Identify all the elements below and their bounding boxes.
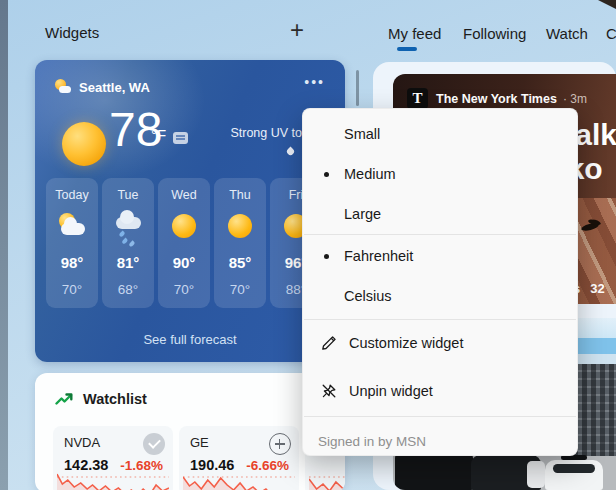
current-sun-icon: [62, 122, 106, 166]
sparkline-chart: [57, 470, 169, 490]
day-label: Today: [46, 188, 98, 202]
day-label: Wed: [158, 188, 210, 202]
stock-symbol: GE: [190, 435, 209, 450]
menu-item-customize-widget[interactable]: Customize widget: [303, 323, 577, 363]
watchlist-title: Watchlist: [83, 391, 147, 407]
weather-location[interactable]: Seattle, WA: [79, 80, 150, 95]
menu-divider: [304, 319, 576, 320]
high-temp: 81°: [102, 254, 154, 271]
plus-circle-icon[interactable]: [269, 433, 291, 455]
pin-off-icon: [320, 382, 338, 400]
add-widget-button[interactable]: +: [290, 16, 304, 44]
high-temp: 98°: [46, 254, 98, 271]
menu-item-large[interactable]: Large: [303, 194, 577, 234]
forecast-day-tile[interactable]: Tue 81° 68°: [102, 178, 154, 308]
sparkline-chart: [309, 470, 345, 490]
partial-corner-element: [598, 0, 616, 9]
tab-watch[interactable]: Watch: [546, 25, 588, 42]
forecast-row: Today 98° 70° Tue 81° 68° Wed 90° 70° Th…: [46, 178, 322, 308]
menu-item-label: Small: [344, 126, 380, 142]
low-temp: 70°: [158, 282, 210, 297]
active-tab-underline: [397, 47, 417, 51]
watchlist-header: Watchlist: [55, 390, 147, 408]
high-temp: 90°: [158, 254, 210, 271]
nyt-logo-icon: T: [407, 88, 428, 109]
signed-in-status: Signed in by MSN: [318, 425, 426, 457]
stock-symbol: NVDA: [64, 435, 100, 450]
self-driving-car: [545, 460, 603, 490]
trending-up-icon: [55, 390, 74, 408]
menu-item-unpin-widget[interactable]: Unpin widget: [303, 371, 577, 411]
low-temp: 70°: [46, 282, 98, 297]
forecast-day-tile[interactable]: Today 98° 70°: [46, 178, 98, 308]
low-temp: 70°: [214, 282, 266, 297]
desktop-edge-strip: [0, 0, 8, 490]
see-full-forecast-link[interactable]: See full forecast: [35, 332, 345, 347]
sun-icon: [169, 211, 199, 241]
more-options-icon[interactable]: •••: [304, 74, 325, 90]
weather-alert-text: Strong UV to: [152, 126, 302, 140]
menu-item-label: Large: [344, 206, 381, 222]
sun-behind-cloud-icon: [57, 211, 87, 241]
menu-item-label: Medium: [344, 166, 396, 182]
selected-bullet-icon: [324, 172, 329, 177]
stat-count: 32: [590, 281, 604, 296]
forecast-day-tile[interactable]: Wed 90° 70°: [158, 178, 210, 308]
stock-tile-nvda[interactable]: NVDA 142.38 -1.68%: [53, 426, 173, 490]
sun-icon: [225, 211, 255, 241]
high-temp: 85°: [214, 254, 266, 271]
day-label: Tue: [102, 188, 154, 202]
weather-widget[interactable]: Seattle, WA ••• 78 °F Strong UV to Today…: [35, 60, 345, 362]
news-source-row: T The New York Times · 3m: [407, 88, 587, 109]
watchlist-widget[interactable]: Watchlist NVDA 142.38 -1.68% GE: [35, 373, 345, 490]
news-source: The New York Times: [436, 92, 557, 106]
widget-context-menu: Small Medium Large Fahrenheit Celsius Cu…: [302, 108, 578, 456]
tab-casual-games[interactable]: Casual games: [606, 25, 616, 42]
tab-following[interactable]: Following: [463, 25, 526, 42]
droplet-icon: [286, 147, 296, 157]
sparkline-chart: [183, 470, 295, 490]
scrollbar-thumb[interactable]: [356, 70, 359, 106]
white-car: [527, 461, 545, 488]
low-temp: 68°: [102, 282, 154, 297]
check-circle-icon[interactable]: [143, 433, 165, 455]
selected-bullet-icon: [324, 254, 329, 259]
menu-item-small[interactable]: Small: [303, 114, 577, 154]
menu-item-label: Customize widget: [349, 335, 463, 351]
stock-tile-ge[interactable]: GE 190.46 -6.66%: [179, 426, 299, 490]
widgets-board: Widgets + My feed Following Watch Casual…: [0, 0, 616, 490]
sun-behind-cloud-icon: [55, 79, 71, 95]
tab-my-feed[interactable]: My feed: [388, 25, 441, 42]
page-title: Widgets: [45, 24, 99, 41]
forecast-day-tile[interactable]: Thu 85° 70°: [214, 178, 266, 308]
pencil-icon: [320, 334, 338, 352]
rain-cloud-icon: [113, 211, 143, 241]
menu-item-medium[interactable]: Medium: [303, 154, 577, 194]
news-timestamp: · 3m: [563, 92, 587, 106]
weather-header: Seattle, WA •••: [55, 78, 325, 96]
menu-item-label: Unpin widget: [349, 383, 433, 399]
day-label: Thu: [214, 188, 266, 202]
menu-divider: [304, 416, 576, 417]
menu-divider: [304, 234, 576, 235]
menu-item-fahrenheit[interactable]: Fahrenheit: [303, 236, 577, 276]
menu-item-celsius[interactable]: Celsius: [303, 276, 577, 316]
menu-item-label: Fahrenheit: [344, 248, 413, 264]
menu-item-label: Celsius: [344, 288, 392, 304]
